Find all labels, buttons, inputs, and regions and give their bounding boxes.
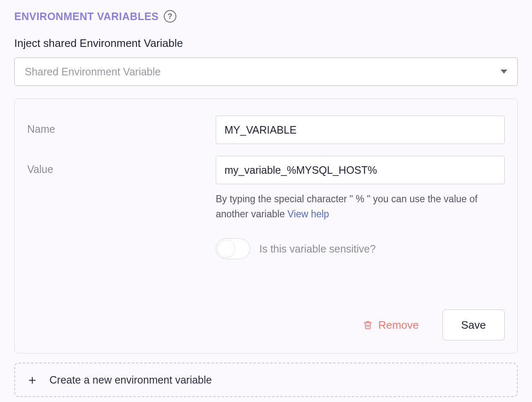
plus-icon: ＋	[26, 374, 39, 386]
value-input[interactable]	[216, 156, 505, 184]
name-input[interactable]	[216, 116, 505, 144]
chevron-down-icon	[501, 70, 507, 74]
save-button[interactable]: Save	[442, 309, 505, 340]
value-row: Value By typing the special character " …	[27, 156, 505, 259]
question-mark-icon: ?	[168, 12, 172, 21]
create-label: Create a new environment variable	[49, 374, 212, 386]
remove-label: Remove	[378, 319, 419, 332]
name-label: Name	[27, 116, 216, 135]
shared-env-select[interactable]: Shared Environment Variable	[14, 57, 518, 86]
hint-text: By typing the special character " % " yo…	[216, 193, 478, 219]
save-label: Save	[461, 319, 486, 331]
card-actions: Remove Save	[27, 309, 505, 340]
env-variable-card: Name Value By typing the special charact…	[14, 98, 518, 353]
value-label: Value	[27, 156, 216, 175]
sensitive-label: Is this variable sensitive?	[259, 243, 376, 255]
value-control: By typing the special character " % " yo…	[216, 156, 505, 259]
sensitive-toggle[interactable]	[216, 238, 250, 259]
create-env-button[interactable]: ＋ Create a new environment variable	[14, 363, 518, 397]
remove-button[interactable]: Remove	[359, 316, 423, 334]
section-title: ENVIRONMENT VARIABLES	[14, 10, 159, 23]
help-icon[interactable]: ?	[164, 10, 176, 23]
trash-icon	[363, 320, 372, 330]
select-placeholder: Shared Environment Variable	[25, 66, 161, 78]
value-hint: By typing the special character " % " yo…	[216, 192, 505, 222]
name-row: Name	[27, 116, 505, 144]
inject-heading: Inject shared Environment Variable	[14, 37, 518, 50]
name-control	[216, 116, 505, 144]
view-help-link[interactable]: View help	[287, 209, 329, 219]
sensitive-row: Is this variable sensitive?	[216, 238, 505, 259]
toggle-knob	[217, 240, 235, 258]
section-header: ENVIRONMENT VARIABLES ?	[14, 10, 518, 23]
